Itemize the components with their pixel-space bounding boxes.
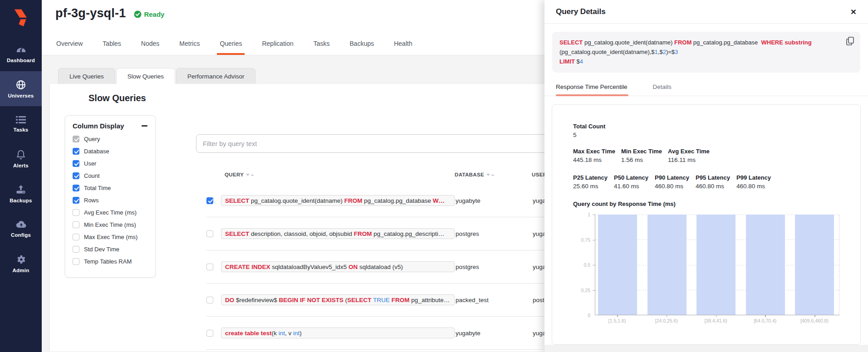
tab-nodes[interactable]: Nodes (140, 34, 160, 55)
sort-icons[interactable] (486, 174, 495, 176)
dashboard-gauge-icon (15, 45, 27, 55)
checkbox[interactable] (73, 258, 79, 265)
sidebar-item-label: Backups (10, 198, 32, 203)
ready-check-icon (134, 10, 142, 18)
sidebar-item-configs[interactable]: Configs (0, 211, 42, 246)
tab-queries[interactable]: Queries (219, 34, 243, 55)
query-filter-input[interactable] (196, 134, 548, 153)
sidebar-item-admin[interactable]: Admin (0, 246, 42, 281)
bell-icon (15, 149, 26, 160)
subtab-slow-queries[interactable]: Slow Queries (116, 68, 175, 84)
row-checkbox[interactable] (206, 330, 213, 337)
sql-section: SELECT pg_catalog.quote_ident(datname) F… (544, 24, 868, 80)
tab-tables[interactable]: Tables (102, 34, 122, 55)
sql-line: SELECT pg_catalog.quote_ident(datname) F… (559, 38, 839, 47)
tab-overview[interactable]: Overview (55, 34, 83, 55)
histogram-bar (746, 215, 785, 315)
checkbox[interactable] (73, 246, 79, 253)
column-header-database[interactable]: DATABASE (455, 172, 532, 177)
tab-tasks[interactable]: Tasks (313, 34, 331, 55)
histogram-bar (598, 215, 637, 315)
backup-upload-icon (15, 184, 26, 195)
sql-line: LIMIT $4 (559, 57, 839, 66)
sidebar-item-label: Admin (13, 268, 29, 273)
sql-statement-box: SELECT pg_catalog.quote_ident(datname) F… (552, 32, 860, 73)
exec-time-stats: Max Exec Time 445.18 ms Min Exec Time 1.… (573, 148, 839, 163)
checkbox[interactable] (73, 197, 79, 204)
tab-metrics[interactable]: Metrics (178, 34, 201, 55)
status-badge: Ready (134, 10, 164, 18)
panel-footer (544, 345, 868, 352)
sidebar-item-backups[interactable]: Backups (0, 176, 42, 211)
response-time-histogram: 1 0.75 0.5 0.25 0 (576, 215, 839, 315)
globe-icon (15, 79, 26, 90)
gear-icon (15, 254, 26, 265)
row-checkbox[interactable] (206, 230, 213, 237)
latency-stats: P25 Latency 25.60 ms P50 Latency 41.60 m… (573, 174, 839, 190)
checkbox[interactable] (73, 185, 79, 191)
universe-name: pf-3g-ysql-1 (55, 6, 126, 20)
query-chip[interactable]: CREATE INDEX sqldataloadByValuev5_idx5 O… (221, 261, 455, 272)
percentile-stats-card: Total Count 5 Max Exec Time 445.18 ms Mi… (552, 104, 861, 345)
status-text: Ready (144, 10, 164, 18)
sidebar-item-label: Configs (11, 232, 31, 238)
tab-replication[interactable]: Replication (261, 34, 294, 55)
sort-icons[interactable] (246, 174, 254, 176)
column-option-std-dev-time[interactable]: Std Dev Time (73, 245, 148, 253)
yugabyte-logo-icon (11, 8, 30, 28)
checkbox[interactable] (73, 160, 79, 167)
histogram-bar (795, 215, 834, 315)
sidebar: Dashboard Universes Tasks Alerts (0, 0, 42, 352)
column-option-total-time[interactable]: Total Time (73, 184, 148, 192)
checkbox[interactable] (73, 221, 79, 228)
checkbox[interactable] (73, 136, 79, 142)
sidebar-item-label: Universes (8, 93, 34, 98)
column-option-user[interactable]: User (73, 160, 148, 167)
database-cell: yugabyte (455, 330, 532, 337)
sidebar-item-tasks[interactable]: Tasks (0, 106, 42, 141)
slow-queries-title: Slow Queries (88, 93, 146, 103)
histogram-bar (696, 215, 736, 315)
column-header-query[interactable]: QUERY (221, 172, 455, 177)
tab-backups[interactable]: Backups (349, 34, 375, 55)
sidebar-item-alerts[interactable]: Alerts (0, 141, 42, 176)
query-chip[interactable]: SELECT pg_catalog.quote_ident(datname) F… (221, 195, 455, 206)
column-option-count[interactable]: Count (73, 172, 148, 180)
query-chip[interactable]: DO $redefineview$ BEGIN IF NOT EXISTS (S… (221, 294, 455, 305)
column-option-avg-exec-time[interactable]: Avg Exec Time (ms) (73, 209, 148, 216)
database-cell: yugabyte (455, 197, 532, 204)
checkbox[interactable] (73, 209, 79, 216)
tab-details[interactable]: Details (653, 80, 672, 96)
sidebar-item-dashboard[interactable]: Dashboard (0, 36, 42, 71)
histogram-bar (647, 215, 687, 315)
checkbox[interactable] (73, 234, 79, 240)
column-option-database[interactable]: Database (73, 147, 148, 155)
query-chip[interactable]: SELECT description, classoid, objoid, ob… (221, 228, 455, 239)
total-count-value: 5 (573, 132, 839, 138)
column-option-query[interactable]: Query (73, 135, 148, 143)
checkbox[interactable] (73, 172, 79, 179)
tab-health[interactable]: Health (393, 34, 413, 55)
query-details-tabs: Response Time Percentile Details (544, 80, 868, 96)
tab-response-time-percentile[interactable]: Response Time Percentile (556, 80, 628, 96)
collapse-minus-icon[interactable] (142, 123, 148, 129)
row-checkbox[interactable] (206, 264, 213, 270)
column-option-max-exec-time[interactable]: Max Exec Time (ms) (73, 233, 148, 241)
sidebar-item-universes[interactable]: Universes (0, 71, 42, 106)
checkbox[interactable] (73, 148, 79, 155)
column-option-temp-tables-ram[interactable]: Temp Tables RAM (73, 258, 148, 265)
column-option-min-exec-time[interactable]: Min Exec Time (ms) (73, 221, 148, 229)
query-chip[interactable]: create table test(k int, v int) (221, 328, 455, 338)
close-icon[interactable]: × (851, 7, 856, 16)
subtab-performance-advisor[interactable]: Performance Advisor (176, 68, 255, 84)
yugabyte-logo[interactable] (0, 0, 42, 36)
column-display-title: Column Display (73, 122, 124, 130)
subtab-live-queries[interactable]: Live Queries (58, 68, 115, 84)
column-option-rows[interactable]: Rows (73, 196, 148, 204)
column-display-card: Column Display Query Database User (65, 115, 156, 278)
row-checkbox[interactable] (206, 297, 213, 303)
copy-icon[interactable] (846, 37, 854, 47)
row-checkbox[interactable] (206, 197, 213, 204)
sidebar-item-label: Dashboard (7, 58, 35, 63)
chart-title: Query count by Response Time (ms) (573, 200, 839, 207)
